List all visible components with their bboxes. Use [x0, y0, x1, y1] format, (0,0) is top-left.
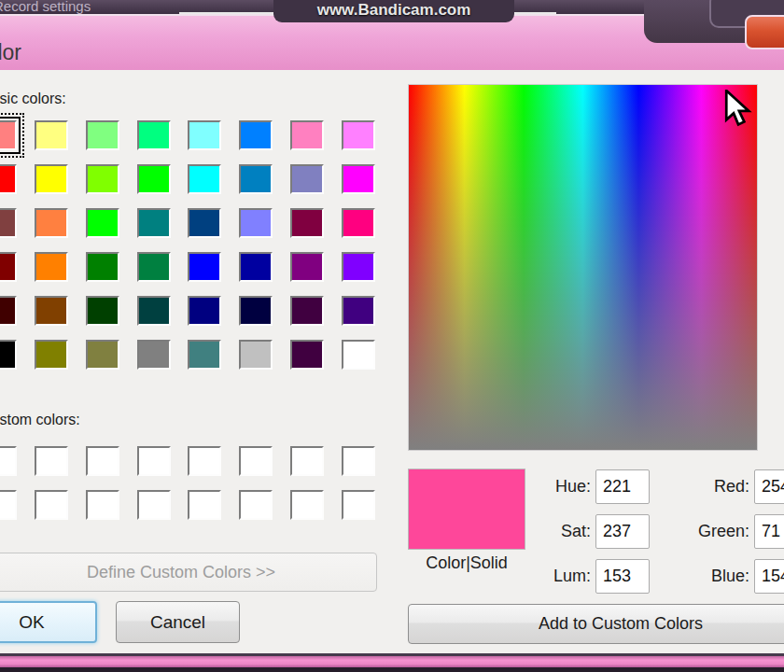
custom-colors-grid: [0, 446, 375, 521]
basic-color-swatch[interactable]: [188, 208, 221, 238]
custom-color-swatch[interactable]: [342, 446, 375, 476]
add-to-custom-colors-button[interactable]: Add to Custom Colors: [408, 604, 784, 644]
custom-color-swatch[interactable]: [86, 490, 119, 520]
basic-color-swatch[interactable]: [188, 164, 221, 194]
watermark-line-left: [179, 12, 278, 14]
basic-color-swatch[interactable]: [86, 296, 119, 326]
basic-color-swatch[interactable]: [86, 340, 119, 370]
basic-color-swatch[interactable]: [137, 296, 171, 326]
hue-label: Hue:: [518, 469, 591, 504]
blue-label: Blue:: [663, 559, 749, 594]
basic-color-swatch[interactable]: [137, 252, 171, 282]
basic-color-swatch[interactable]: [188, 296, 221, 326]
define-custom-colors-button[interactable]: Define Custom Colors >>: [0, 553, 377, 592]
basic-color-swatch[interactable]: [239, 208, 273, 238]
basic-color-swatch[interactable]: [137, 164, 171, 194]
basic-color-swatch[interactable]: [290, 164, 324, 194]
lum-input[interactable]: 153: [595, 559, 650, 594]
basic-color-swatch[interactable]: [86, 164, 119, 194]
color-dialog-title: Color: [0, 40, 21, 65]
basic-color-swatch[interactable]: [0, 208, 17, 238]
basic-color-swatch[interactable]: [290, 296, 324, 326]
basic-color-swatch[interactable]: [342, 296, 375, 326]
custom-color-swatch[interactable]: [342, 490, 375, 520]
basic-color-swatch[interactable]: [342, 252, 375, 282]
blue-input[interactable]: 154: [754, 559, 784, 594]
mouse-cursor-icon: [724, 90, 758, 133]
hue-input[interactable]: 221: [595, 469, 650, 504]
red-label: Red:: [663, 469, 749, 504]
sat-label: Sat:: [518, 514, 591, 549]
bottom-pink-strip: [0, 656, 784, 667]
custom-color-swatch[interactable]: [290, 490, 324, 520]
custom-color-swatch[interactable]: [0, 490, 17, 520]
custom-color-swatch[interactable]: [35, 446, 68, 476]
basic-color-swatch[interactable]: [239, 296, 273, 326]
basic-color-swatch[interactable]: [239, 164, 273, 194]
basic-color-swatch[interactable]: [239, 252, 273, 282]
custom-color-swatch[interactable]: [188, 490, 221, 520]
basic-color-swatch[interactable]: [137, 120, 171, 150]
background-window-title: Record settings: [0, 0, 91, 14]
basic-color-swatch[interactable]: [35, 340, 68, 370]
sat-input[interactable]: 237: [595, 514, 650, 549]
basic-color-swatch[interactable]: [342, 120, 375, 150]
custom-color-swatch[interactable]: [188, 446, 221, 476]
basic-color-swatch[interactable]: [0, 340, 17, 370]
basic-color-swatch[interactable]: [290, 120, 324, 150]
color-preview: [408, 469, 525, 550]
green-label: Green:: [663, 514, 749, 549]
basic-color-swatch[interactable]: [137, 208, 171, 238]
basic-color-swatch[interactable]: [0, 296, 17, 326]
watermark-line-right: [511, 12, 556, 14]
red-input[interactable]: 254: [754, 469, 784, 504]
basic-color-swatch[interactable]: [188, 340, 221, 370]
basic-color-swatch[interactable]: [342, 164, 375, 194]
basic-color-swatch[interactable]: [342, 208, 375, 238]
basic-color-swatch[interactable]: [0, 164, 17, 194]
basic-color-swatch[interactable]: [35, 252, 68, 282]
custom-color-swatch[interactable]: [137, 490, 171, 520]
basic-color-swatch[interactable]: [290, 340, 324, 370]
custom-color-swatch[interactable]: [137, 446, 171, 476]
basic-color-swatch[interactable]: [342, 340, 375, 370]
basic-colors-grid: [0, 120, 375, 371]
custom-colors-label: Custom colors:: [0, 412, 80, 428]
hue-saturation-field[interactable]: [408, 84, 758, 451]
custom-color-swatch[interactable]: [35, 490, 68, 520]
lum-label: Lum:: [518, 559, 591, 594]
custom-color-swatch[interactable]: [290, 446, 324, 476]
bandicam-watermark: www.Bandicam.com: [273, 0, 514, 22]
basic-color-swatch[interactable]: [188, 252, 221, 282]
basic-color-swatch[interactable]: [86, 120, 119, 150]
color-solid-label: Color|Solid: [408, 553, 525, 573]
basic-color-swatch[interactable]: [188, 120, 221, 150]
green-input[interactable]: 71: [754, 514, 784, 549]
custom-color-swatch[interactable]: [86, 446, 119, 476]
basic-color-swatch[interactable]: [239, 120, 273, 150]
custom-color-swatch[interactable]: [239, 490, 273, 520]
ok-button[interactable]: OK: [0, 601, 97, 643]
basic-color-swatch[interactable]: [0, 252, 17, 282]
basic-color-swatch[interactable]: [86, 208, 119, 238]
custom-color-swatch[interactable]: [239, 446, 273, 476]
cancel-button[interactable]: Cancel: [116, 601, 240, 643]
basic-color-swatch[interactable]: [0, 120, 17, 150]
basic-color-swatch[interactable]: [86, 252, 119, 282]
basic-color-swatch[interactable]: [290, 252, 324, 282]
custom-color-swatch[interactable]: [0, 446, 17, 476]
basic-color-swatch[interactable]: [35, 164, 68, 194]
basic-color-swatch[interactable]: [35, 296, 68, 326]
basic-color-swatch[interactable]: [35, 208, 68, 238]
basic-color-swatch[interactable]: [290, 208, 324, 238]
bottom-dark-strip: [0, 667, 784, 672]
close-icon[interactable]: [745, 15, 784, 49]
basic-color-swatch[interactable]: [239, 340, 273, 370]
bandicam-watermark-text: www.Bandicam.com: [273, 0, 514, 21]
basic-colors-label: Basic colors:: [0, 91, 66, 107]
basic-color-swatch[interactable]: [35, 120, 68, 150]
basic-color-swatch[interactable]: [137, 340, 171, 370]
